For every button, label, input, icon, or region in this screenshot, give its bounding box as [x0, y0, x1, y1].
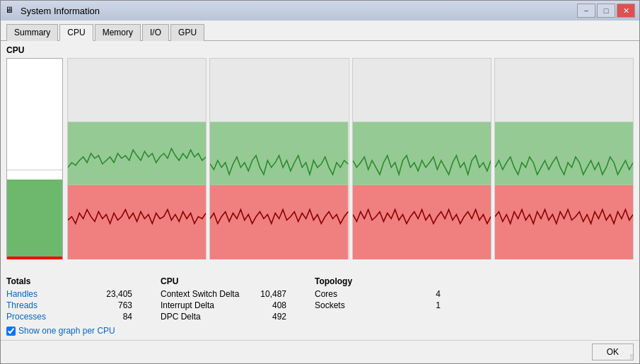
- tab-gpu[interactable]: GPU: [170, 24, 204, 41]
- svg-rect-5: [210, 185, 348, 259]
- main-row: 48.68%: [6, 58, 634, 259]
- bottom-bar: OK ⠿: [1, 340, 639, 363]
- ok-button[interactable]: OK: [592, 344, 634, 360]
- cpu-graph-2: [209, 58, 349, 259]
- dpc-value: 492: [251, 312, 286, 322]
- threads-value: 763: [97, 300, 132, 310]
- svg-rect-6: [353, 59, 491, 122]
- svg-rect-8: [353, 185, 491, 259]
- cores-value: 4: [405, 289, 441, 299]
- minimize-button[interactable]: −: [577, 4, 595, 18]
- cpu-stats-title: CPU: [161, 276, 286, 286]
- interrupt-row: Interrupt Delta 408: [161, 300, 286, 310]
- title-bar: 🖥 System Information − □ ✕: [1, 1, 639, 20]
- stats-area: Totals Handles 23,405 Threads 763 Proces…: [6, 259, 634, 322]
- dpc-label: DPC Delta: [161, 312, 245, 322]
- processes-label: Processes: [6, 312, 91, 322]
- ctx-switch-row: Context Switch Delta 10,487: [161, 289, 286, 299]
- processes-row: Processes 84: [6, 312, 132, 322]
- threads-label: Threads: [6, 300, 91, 310]
- close-button[interactable]: ✕: [617, 4, 635, 18]
- cpu-graph-1: [67, 58, 206, 259]
- threads-row: Threads 763: [6, 300, 132, 310]
- ctx-switch-value: 10,487: [251, 289, 286, 299]
- main-window: 🖥 System Information − □ ✕ Summary CPU M…: [0, 0, 640, 364]
- show-graph-row: Show one graph per CPU: [6, 326, 634, 336]
- show-graph-label: Show one graph per CPU: [18, 326, 115, 336]
- content-area: CPU 48.68%: [1, 41, 639, 340]
- svg-rect-4: [210, 122, 348, 184]
- show-graph-checkbox[interactable]: [6, 327, 16, 336]
- sockets-value: 1: [405, 300, 441, 310]
- svg-rect-7: [353, 122, 491, 184]
- processes-value: 84: [97, 312, 132, 322]
- window-title: System Information: [21, 6, 100, 16]
- cores-label: Cores: [315, 289, 400, 299]
- svg-rect-9: [495, 59, 633, 122]
- ctx-switch-label: Context Switch Delta: [161, 289, 245, 299]
- resize-handle[interactable]: ⠿: [629, 353, 638, 362]
- dpc-row: DPC Delta 492: [161, 312, 286, 322]
- handles-value: 23,405: [97, 289, 132, 299]
- topology-title: Topology: [315, 276, 441, 286]
- svg-rect-3: [210, 59, 348, 122]
- tabs-bar: Summary CPU Memory I/O GPU: [1, 20, 639, 41]
- interrupt-label: Interrupt Delta: [161, 300, 245, 310]
- totals-title: Totals: [6, 276, 132, 286]
- app-icon: 🖥: [5, 5, 16, 16]
- cores-row: Cores 4: [315, 289, 441, 299]
- svg-rect-0: [68, 59, 206, 122]
- maximize-button[interactable]: □: [597, 4, 615, 18]
- topology-col: Topology Cores 4 Sockets 1: [315, 276, 441, 322]
- tab-io[interactable]: I/O: [142, 24, 169, 41]
- tab-cpu[interactable]: CPU: [59, 24, 93, 41]
- handles-row: Handles 23,405: [6, 289, 132, 299]
- handles-label: Handles: [6, 289, 91, 299]
- tab-memory[interactable]: Memory: [95, 24, 141, 41]
- cpu-mini-graph: [6, 58, 63, 259]
- cpu-stats-col: CPU Context Switch Delta 10,487 Interrup…: [161, 276, 286, 322]
- svg-rect-11: [495, 185, 633, 259]
- sockets-label: Sockets: [315, 300, 400, 310]
- cpu-graph-3: [352, 58, 491, 259]
- interrupt-value: 408: [251, 300, 286, 310]
- graphs-container: [67, 58, 634, 259]
- title-buttons: − □ ✕: [577, 4, 635, 18]
- svg-rect-1: [68, 122, 206, 184]
- sockets-row: Sockets 1: [315, 300, 441, 310]
- tab-summary[interactable]: Summary: [6, 24, 58, 41]
- cpu-graph-4: [494, 58, 634, 259]
- totals-col: Totals Handles 23,405 Threads 763 Proces…: [6, 276, 132, 322]
- section-label: CPU: [6, 45, 634, 55]
